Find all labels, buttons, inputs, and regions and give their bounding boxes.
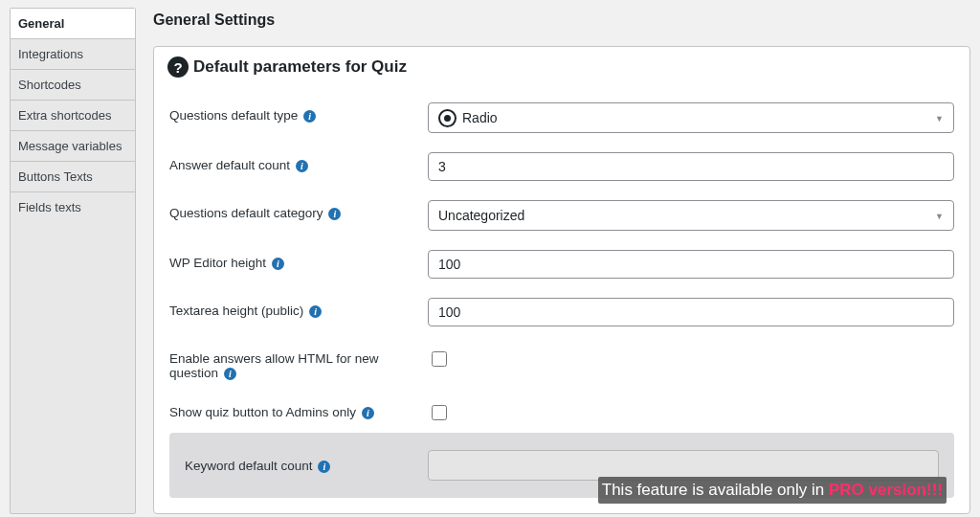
info-icon[interactable]: i: [318, 461, 330, 473]
checkbox-show-quiz-admins-only[interactable]: [432, 405, 447, 420]
label-wp-editor-height: WP Editor height i: [169, 250, 428, 270]
page-title: General Settings: [153, 11, 970, 29]
checkbox-enable-answers-html[interactable]: [432, 351, 447, 367]
input-wp-editor-height[interactable]: [428, 250, 954, 279]
label-keyword-default-count: Keyword default count i: [185, 459, 428, 473]
info-icon[interactable]: i: [303, 110, 316, 123]
label-enable-answers-html: Enable answers allow HTML for new questi…: [169, 346, 428, 380]
sidebar-item-general[interactable]: General: [11, 9, 135, 39]
radio-icon: [438, 109, 457, 127]
sidebar-item-shortcodes[interactable]: Shortcodes: [11, 70, 135, 101]
info-icon[interactable]: i: [309, 305, 322, 318]
sidebar-item-message-variables[interactable]: Message variables: [11, 131, 135, 162]
input-answer-default-count[interactable]: [428, 152, 954, 181]
sidebar-item-integrations[interactable]: Integrations: [11, 39, 135, 70]
input-textarea-height[interactable]: [428, 298, 954, 326]
label-questions-default-type: Questions default type i: [169, 102, 428, 123]
info-icon[interactable]: i: [328, 208, 341, 220]
select-questions-default-category[interactable]: Uncategorized ▼: [428, 200, 954, 231]
panel-legend: ? Default parameters for Quiz: [154, 47, 969, 85]
defaults-panel: ? Default parameters for Quiz Questions …: [153, 46, 970, 514]
chevron-down-icon: ▼: [935, 212, 944, 221]
settings-sidebar: General Integrations Shortcodes Extra sh…: [10, 8, 136, 514]
info-icon[interactable]: i: [296, 160, 308, 172]
info-icon[interactable]: i: [272, 258, 284, 270]
panel-title: Default parameters for Quiz: [193, 57, 407, 77]
info-icon[interactable]: i: [362, 407, 374, 419]
label-show-quiz-admins-only: Show quiz button to Admins only i: [169, 399, 428, 419]
label-answer-default-count: Answer default count i: [169, 152, 428, 172]
info-icon[interactable]: i: [224, 368, 236, 380]
pro-notice: This feature is available only in PRO ve…: [598, 477, 947, 504]
label-textarea-height: Textarea height (public) i: [169, 298, 428, 318]
sidebar-item-buttons-texts[interactable]: Buttons Texts: [11, 162, 135, 192]
label-questions-default-category: Questions default category i: [169, 200, 428, 220]
chevron-down-icon: ▼: [935, 114, 944, 124]
sidebar-item-fields-texts[interactable]: Fields texts: [11, 192, 135, 222]
select-questions-default-type[interactable]: Radio ▼: [428, 102, 954, 133]
help-icon[interactable]: ?: [167, 56, 189, 78]
pro-feature-block: Keyword default count i This feature is …: [169, 433, 954, 498]
sidebar-item-extra-shortcodes[interactable]: Extra shortcodes: [11, 101, 135, 131]
settings-main: General Settings ? Default parameters fo…: [153, 8, 970, 514]
